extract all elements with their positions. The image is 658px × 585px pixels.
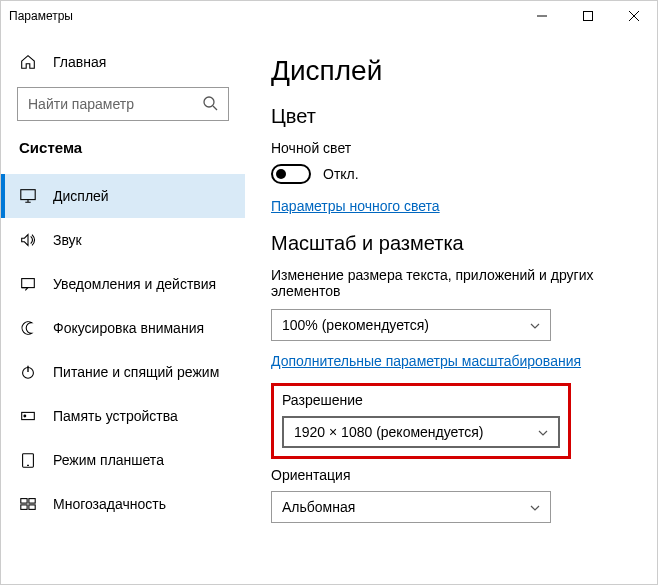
night-light-settings-link[interactable]: Параметры ночного света — [271, 198, 631, 214]
focus-icon — [19, 319, 37, 337]
sidebar-item-label: Режим планшета — [53, 452, 164, 468]
window-title: Параметры — [9, 9, 519, 23]
color-header: Цвет — [271, 105, 631, 128]
sidebar-item-sound[interactable]: Звук — [1, 218, 245, 262]
resolution-highlight: Разрешение 1920 × 1080 (рекомендуется) — [271, 383, 571, 459]
sidebar-item-label: Фокусировка внимания — [53, 320, 204, 336]
search-input[interactable] — [28, 96, 198, 112]
svg-rect-3 — [22, 279, 35, 288]
sound-icon — [19, 231, 37, 249]
sidebar-item-label: Многозадачность — [53, 496, 166, 512]
orientation-dropdown[interactable]: Альбомная — [271, 491, 551, 523]
svg-rect-11 — [29, 505, 35, 510]
resolution-label: Разрешение — [282, 392, 560, 408]
svg-point-1 — [204, 97, 214, 107]
multitasking-icon — [19, 495, 37, 513]
sidebar-item-storage[interactable]: Память устройства — [1, 394, 245, 438]
advanced-scaling-link[interactable]: Дополнительные параметры масштабирования — [271, 353, 631, 369]
maximize-button[interactable] — [565, 1, 611, 31]
sidebar-item-tablet[interactable]: Режим планшета — [1, 438, 245, 482]
resolution-dropdown-value: 1920 × 1080 (рекомендуется) — [294, 424, 483, 440]
chevron-down-icon — [530, 502, 540, 513]
sidebar-section-header: Система — [1, 139, 245, 174]
minimize-button[interactable] — [519, 1, 565, 31]
home-icon — [19, 53, 37, 71]
sidebar-item-label: Память устройства — [53, 408, 178, 424]
close-button[interactable] — [611, 1, 657, 31]
toggle-state-label: Откл. — [323, 166, 359, 182]
power-icon — [19, 363, 37, 381]
sidebar: Главная Система Дисплей Звук — [1, 31, 245, 584]
tablet-icon — [19, 451, 37, 469]
sidebar-home-label: Главная — [53, 54, 106, 70]
sidebar-item-notifications[interactable]: Уведомления и действия — [1, 262, 245, 306]
sidebar-item-multitasking[interactable]: Многозадачность — [1, 482, 245, 526]
sidebar-item-label: Звук — [53, 232, 82, 248]
sidebar-item-label: Уведомления и действия — [53, 276, 216, 292]
content-area: Дисплей Цвет Ночной свет Откл. Параметры… — [245, 31, 657, 584]
svg-rect-0 — [584, 12, 593, 21]
orientation-label: Ориентация — [271, 467, 631, 483]
search-icon — [202, 95, 218, 114]
svg-rect-8 — [21, 499, 27, 504]
storage-icon — [19, 407, 37, 425]
sidebar-home[interactable]: Главная — [1, 45, 245, 79]
sidebar-item-label: Дисплей — [53, 188, 109, 204]
sidebar-item-power[interactable]: Питание и спящий режим — [1, 350, 245, 394]
chevron-down-icon — [530, 320, 540, 331]
notifications-icon — [19, 275, 37, 293]
svg-rect-2 — [21, 190, 35, 200]
scale-header: Масштаб и разметка — [271, 232, 631, 255]
scale-dropdown[interactable]: 100% (рекомендуется) — [271, 309, 551, 341]
display-icon — [19, 187, 37, 205]
titlebar: Параметры — [1, 1, 657, 31]
svg-rect-9 — [29, 499, 35, 504]
svg-rect-10 — [21, 505, 27, 510]
svg-point-6 — [24, 415, 26, 417]
night-light-label: Ночной свет — [271, 140, 631, 156]
scale-description: Изменение размера текста, приложений и д… — [271, 267, 631, 299]
page-title: Дисплей — [271, 55, 631, 87]
orientation-dropdown-value: Альбомная — [282, 499, 355, 515]
sidebar-item-display[interactable]: Дисплей — [1, 174, 245, 218]
resolution-dropdown[interactable]: 1920 × 1080 (рекомендуется) — [282, 416, 560, 448]
chevron-down-icon — [538, 427, 548, 438]
sidebar-item-focus[interactable]: Фокусировка внимания — [1, 306, 245, 350]
sidebar-item-label: Питание и спящий режим — [53, 364, 219, 380]
night-light-toggle[interactable] — [271, 164, 311, 184]
search-input-container[interactable] — [17, 87, 229, 121]
scale-dropdown-value: 100% (рекомендуется) — [282, 317, 429, 333]
